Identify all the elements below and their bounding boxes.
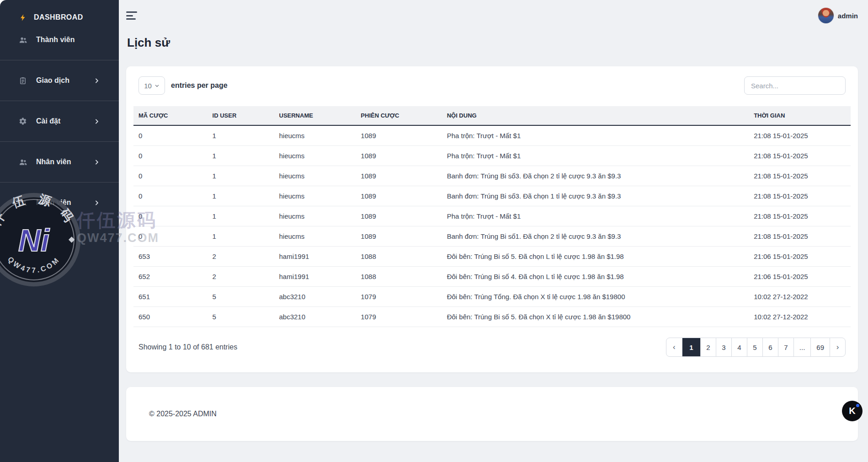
page-size-select[interactable]: 10 (138, 76, 165, 95)
table-cell: Banh đơn: Trúng Bi số1. Đã chọn 2 tỉ lệ … (442, 226, 749, 247)
sidebar-item-label: Nhân viên (36, 158, 71, 166)
table-cell: 21:06 15-01-2025 (749, 247, 851, 267)
menu-toggle-icon[interactable] (126, 10, 138, 21)
main-content: admin Lịch sử 10 entries per page MÃ CƯ (119, 0, 868, 462)
app-root: DASHBROAD Thành viên Giao dịch (0, 0, 868, 462)
column-header-noi-dung: NỘI DUNG (442, 106, 749, 125)
table-cell: 10:02 27-12-2022 (749, 307, 851, 327)
chevron-right-icon (94, 200, 100, 206)
page-size-value: 10 (144, 82, 152, 90)
pagination-page-6[interactable]: 6 (762, 338, 778, 356)
table-row: 6532hami19911088Đôi bên: Trúng Bi số 5. … (133, 247, 851, 267)
table-cell: 2 (208, 247, 274, 267)
table-cell: 1 (208, 206, 274, 226)
brand[interactable]: DASHBROAD (0, 8, 119, 27)
sidebar: DASHBROAD Thành viên Giao dịch (0, 0, 119, 462)
table-cell: Đôi bên: Trúng Tổng. Đã chọn X tỉ lệ cượ… (442, 287, 749, 307)
table-head: MÃ CƯỢC ID USER USERNAME PHIÊN CƯỢC NỘI … (133, 106, 851, 125)
table-row: 01hieucms1089Banh đơn: Trúng Bi số3. Đã … (133, 186, 851, 206)
column-header-username: USERNAME (274, 106, 356, 125)
search-input[interactable] (744, 76, 846, 95)
table-cell: hieucms (274, 125, 356, 146)
sidebar-item-label: Thành viên (36, 36, 75, 44)
showing-entries-label: Showing 1 to 10 of 681 entries (138, 343, 237, 351)
table-cell: 1089 (356, 186, 442, 206)
table-row: 6505abc32101079Đôi bên: Trúng Bi số 5. Đ… (133, 307, 851, 327)
table-cell: Banh đơn: Trúng Bi số3. Đã chọn 2 tỉ lệ … (442, 166, 749, 186)
table-cell: 2 (208, 267, 274, 287)
column-header-thoi-gian: THỜI GIAN (749, 106, 851, 125)
table-cell: 0 (133, 226, 208, 247)
pagination-page-3[interactable]: 3 (716, 338, 731, 356)
pagination-page-7[interactable]: 7 (778, 338, 793, 356)
pagination: ‹1234567...69› (666, 338, 846, 357)
table-cell: 1 (208, 166, 274, 186)
pagination-page-2[interactable]: 2 (700, 338, 716, 356)
table-cell: 1089 (356, 226, 442, 247)
pagination-page-69[interactable]: 69 (810, 338, 830, 356)
table-footer: Showing 1 to 10 of 681 entries ‹1234567.… (133, 338, 851, 357)
pagination-page-4[interactable]: 4 (731, 338, 747, 356)
table-cell: 1088 (356, 267, 442, 287)
table-cell: 21:08 15-01-2025 (749, 206, 851, 226)
table-row: 01hieucms1089Pha trộn: Trượt - Mất $121:… (133, 146, 851, 166)
sidebar-divider (0, 141, 119, 142)
table-cell: hieucms (274, 166, 356, 186)
pagination-page-5[interactable]: 5 (747, 338, 762, 356)
table-cell: 10:02 27-12-2022 (749, 287, 851, 307)
sidebar-item-nhan-vien-2[interactable]: Nhân viên (0, 192, 119, 214)
table-cell: 653 (133, 247, 208, 267)
table-cell: 0 (133, 206, 208, 226)
table-cell: 1 (208, 186, 274, 206)
table-cell: 1 (208, 125, 274, 146)
pagination-next[interactable]: › (830, 338, 845, 356)
table-cell: 1079 (356, 287, 442, 307)
avatar (818, 8, 834, 23)
sidebar-item-cai-dat[interactable]: Cài đặt (0, 110, 119, 132)
table-cell: hami1991 (274, 267, 356, 287)
table-cell: 652 (133, 267, 208, 287)
table-body: 01hieucms1089Pha trộn: Trượt - Mất $121:… (133, 125, 851, 327)
table-cell: 21:08 15-01-2025 (749, 186, 851, 206)
sidebar-item-label: Giao dịch (36, 76, 69, 85)
table-cell: hieucms (274, 206, 356, 226)
users-icon (18, 36, 27, 44)
column-header-ma-cuoc: MÃ CƯỢC (133, 106, 208, 125)
table-cell: 21:08 15-01-2025 (749, 226, 851, 247)
table-cell: 651 (133, 287, 208, 307)
table-cell: 1089 (356, 206, 442, 226)
pagination-page-1[interactable]: 1 (682, 338, 700, 356)
table-cell: 1079 (356, 307, 442, 327)
entries-per-page-label: entries per page (171, 81, 228, 90)
gear-icon (18, 117, 27, 125)
table-cell: 1089 (356, 166, 442, 186)
table-row: 01hieucms1089Banh đơn: Trúng Bi số1. Đã … (133, 226, 851, 247)
table-cell: Đôi bên: Trúng Bi số 5. Đã chọn L tỉ lệ … (442, 247, 749, 267)
history-table: MÃ CƯỢC ID USER USERNAME PHIÊN CƯỢC NỘI … (133, 106, 851, 327)
table-cell: Đôi bên: Trúng Bi số 4. Đã chọn L tỉ lệ … (442, 267, 749, 287)
pagination-ellipsis[interactable]: ... (793, 338, 811, 356)
sidebar-item-thanh-vien[interactable]: Thành viên (0, 29, 119, 51)
floating-button-dot (856, 404, 859, 407)
table-cell: hieucms (274, 146, 356, 166)
table-cell: 21:08 15-01-2025 (749, 125, 851, 146)
table-cell: hieucms (274, 186, 356, 206)
table-row: 01hieucms1089Pha trộn: Trượt - Mất $121:… (133, 206, 851, 226)
table-cell: 0 (133, 186, 208, 206)
table-cell: 21:08 15-01-2025 (749, 146, 851, 166)
sidebar-item-nhan-vien-1[interactable]: Nhân viên (0, 151, 119, 173)
table-cell: 21:06 15-01-2025 (749, 267, 851, 287)
footer-card: © 2025-2025 ADMIN (126, 387, 858, 441)
history-card: 10 entries per page MÃ CƯỢC ID USER USER… (126, 66, 858, 372)
brand-title: DASHBROAD (34, 13, 83, 21)
user-menu[interactable]: admin (818, 8, 858, 23)
sidebar-nav: Thành viên Giao dịch Cài đặt (0, 29, 119, 214)
table-cell: Pha trộn: Trượt - Mất $1 (442, 206, 749, 226)
table-cell: 650 (133, 307, 208, 327)
chevron-right-icon (94, 159, 100, 165)
floating-action-button[interactable]: K (842, 401, 863, 421)
sidebar-divider (0, 101, 119, 101)
pagination-prev[interactable]: ‹ (666, 338, 682, 356)
lightning-icon (18, 13, 27, 22)
sidebar-item-giao-dich[interactable]: Giao dịch (0, 70, 119, 91)
